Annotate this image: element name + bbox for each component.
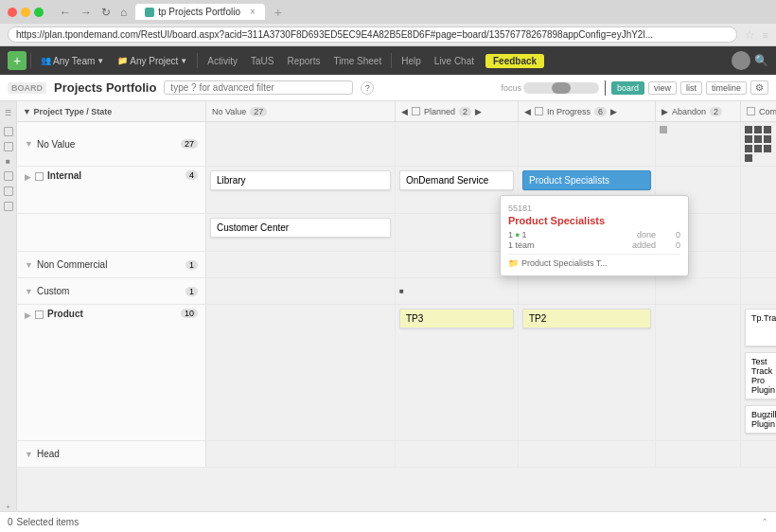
- cell-sub-novalue[interactable]: Customer Center: [206, 214, 396, 251]
- feedback-button[interactable]: Feedback: [485, 54, 544, 68]
- cell-product-abandon[interactable]: [656, 305, 741, 440]
- product-chevron[interactable]: ▶: [25, 310, 31, 320]
- user-avatar[interactable]: [732, 51, 750, 70]
- card-customer-center[interactable]: Customer Center: [210, 218, 391, 238]
- cell-custom-inprogress[interactable]: [519, 278, 656, 304]
- col-inprogress-checkbox[interactable]: [535, 107, 543, 115]
- search-input[interactable]: [164, 80, 353, 95]
- cell-novalue-novalue[interactable]: [206, 122, 396, 166]
- novalue-abandon-block: [660, 126, 667, 133]
- close-dot[interactable]: [8, 8, 17, 17]
- collapse-icon[interactable]: ⌃: [761, 517, 768, 527]
- tab-close[interactable]: ×: [250, 7, 256, 17]
- col-completed-checkbox[interactable]: [747, 107, 755, 115]
- cell-sub-completed[interactable]: [741, 214, 776, 251]
- cell-product-completed[interactable]: Tp.Tray Visual Studio Plugin Test Track …: [741, 305, 776, 440]
- browser-tab[interactable]: tp Projects Portfolio ×: [135, 4, 265, 20]
- refresh-button[interactable]: ↻: [98, 5, 114, 20]
- forward-button[interactable]: →: [78, 5, 95, 20]
- cell-novalue-inprogress[interactable]: [519, 122, 656, 166]
- internal-chevron[interactable]: ▶: [25, 172, 31, 182]
- url-field[interactable]: https://plan.tpondemand.com/RestUI/board…: [8, 27, 737, 43]
- help-link[interactable]: Help: [396, 54, 427, 68]
- filter-slider[interactable]: [523, 82, 599, 94]
- minimize-dot[interactable]: [21, 8, 30, 17]
- cell-head-planned[interactable]: [396, 441, 519, 467]
- cell-nc-novalue[interactable]: [206, 252, 396, 277]
- back-button[interactable]: ←: [57, 5, 74, 20]
- card-tptray[interactable]: Tp.Tray: [745, 309, 776, 346]
- card-library[interactable]: Library: [210, 170, 391, 190]
- cell-novalue-completed[interactable]: [741, 122, 776, 166]
- cell-head-abandon[interactable]: [656, 441, 741, 467]
- sidebar-icon-2[interactable]: ■: [6, 157, 10, 166]
- cell-product-novalue[interactable]: [206, 305, 396, 440]
- add-sidebar-icon[interactable]: +: [6, 503, 10, 511]
- cell-internal-novalue[interactable]: Library: [206, 167, 396, 213]
- lock-icon-1: [4, 127, 13, 136]
- internal-checkbox[interactable]: [35, 172, 44, 181]
- reports-link[interactable]: Reports: [281, 54, 326, 68]
- block3: [764, 126, 771, 133]
- card-testtrack[interactable]: Test Track Pro Plugin: [745, 352, 776, 399]
- cell-custom-planned[interactable]: ■: [396, 278, 519, 304]
- planned-nav-right[interactable]: ▶: [475, 107, 482, 116]
- team-dropdown[interactable]: 👥 Any Team ▼: [35, 54, 110, 68]
- cell-custom-abandon[interactable]: [656, 278, 741, 304]
- cell-internal-completed[interactable]: [741, 167, 776, 213]
- cell-custom-novalue[interactable]: [206, 278, 396, 304]
- col-inprogress-count: 6: [594, 107, 607, 116]
- popup-link[interactable]: 📁 Product Specialists T...: [508, 258, 680, 268]
- add-button[interactable]: +: [8, 51, 26, 70]
- sidebar-icon-1[interactable]: ☰: [4, 109, 12, 117]
- new-tab-button[interactable]: +: [274, 5, 282, 20]
- head-chevron[interactable]: ▼: [25, 450, 33, 459]
- filter-slider-area: focus: [501, 82, 599, 94]
- cell-novalue-planned[interactable]: [396, 122, 519, 166]
- col-planned-checkbox[interactable]: [412, 107, 420, 115]
- card-ondemand[interactable]: OnDemand Service: [399, 170, 514, 190]
- search-icon[interactable]: 🔍: [754, 54, 768, 67]
- bookmark-icon[interactable]: ☆: [745, 28, 755, 42]
- cell-internal-inprogress[interactable]: Product Specialists 55181 Product Specia…: [519, 167, 656, 213]
- bottom-bar: 0 Selected items ⌃: [0, 511, 776, 532]
- taus-link[interactable]: TaUS: [245, 54, 279, 68]
- product-checkbox[interactable]: [35, 310, 44, 319]
- row-internal-sub-label: [17, 214, 206, 251]
- cell-nc-completed[interactable]: [741, 252, 776, 277]
- cell-product-inprogress[interactable]: TP2: [519, 305, 656, 440]
- card-bugzilla[interactable]: Bugzilla Plugin: [745, 405, 776, 434]
- timeline-btn[interactable]: timeline: [706, 81, 747, 95]
- timesheet-link[interactable]: Time Sheet: [327, 54, 387, 68]
- list-view-btn[interactable]: view: [648, 81, 677, 95]
- block9: [764, 145, 771, 152]
- inprogress-nav-left[interactable]: ◀: [524, 107, 531, 116]
- livechat-link[interactable]: Live Chat: [429, 54, 480, 68]
- cell-custom-completed[interactable]: [741, 278, 776, 304]
- cell-head-inprogress[interactable]: [519, 441, 656, 467]
- noncommercial-chevron[interactable]: ▼: [25, 260, 33, 270]
- board-view-btn[interactable]: board: [611, 81, 644, 95]
- cell-novalue-abandon[interactable]: [656, 122, 741, 166]
- popup-title[interactable]: Product Specialists: [508, 215, 680, 226]
- list-btn[interactable]: list: [680, 81, 702, 95]
- custom-chevron[interactable]: ▼: [25, 287, 33, 296]
- maximize-dot[interactable]: [34, 8, 44, 17]
- internal-count: 4: [185, 170, 198, 180]
- planned-nav-left[interactable]: ◀: [401, 107, 408, 116]
- help-icon[interactable]: ?: [361, 81, 374, 95]
- abandon-nav-left[interactable]: ▶: [661, 107, 668, 116]
- settings-button[interactable]: ⚙: [750, 80, 768, 95]
- cell-head-novalue[interactable]: [206, 441, 396, 467]
- cell-head-completed[interactable]: [741, 441, 776, 467]
- card-product-specialists[interactable]: Product Specialists: [522, 170, 651, 190]
- activity-link[interactable]: Activity: [202, 54, 243, 68]
- card-tp3[interactable]: TP3: [399, 309, 514, 328]
- inprogress-nav-right[interactable]: ▶: [610, 107, 617, 116]
- novalue-chevron[interactable]: ▼: [25, 139, 33, 149]
- home-button[interactable]: ⌂: [117, 5, 130, 20]
- menu-icon[interactable]: ≡: [763, 29, 768, 41]
- card-tp2[interactable]: TP2: [522, 309, 651, 328]
- cell-product-planned[interactable]: TP3: [396, 305, 519, 440]
- project-dropdown[interactable]: 📁 Any Project ▼: [112, 54, 193, 68]
